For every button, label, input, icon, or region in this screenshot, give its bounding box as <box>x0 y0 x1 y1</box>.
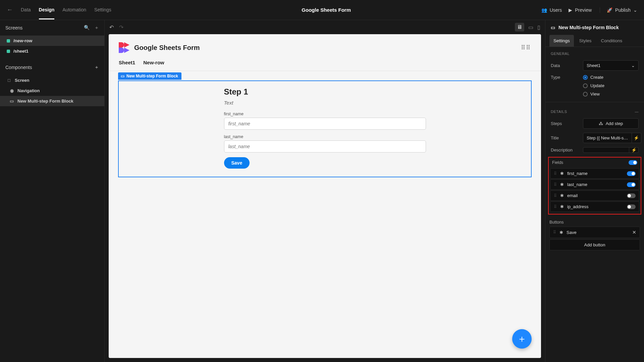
preview-button[interactable]: ▶ Preview <box>569 7 592 13</box>
first-name-input[interactable] <box>224 118 426 130</box>
add-step-icon: ⁂ <box>599 121 603 126</box>
buttons-section: Buttons ⠿ ✱ Save ✕ Add button <box>545 217 644 254</box>
type-row: Type Create Update View <box>545 73 644 99</box>
data-label: Data <box>551 63 580 68</box>
desktop-icon[interactable]: 🖥 <box>515 23 524 32</box>
bolt-icon[interactable]: ⚡ <box>629 147 639 153</box>
users-icon: 👥 <box>541 7 547 13</box>
type-label: Type <box>551 75 580 80</box>
drag-handle-icon[interactable]: ⠿ <box>554 204 557 209</box>
fields-master-toggle[interactable] <box>629 160 637 165</box>
gear-icon[interactable]: ✱ <box>560 204 564 209</box>
component-label: Screen <box>15 78 29 83</box>
field-toggle[interactable] <box>627 204 636 209</box>
field-row-last-name[interactable]: ⠿ ✱ last_name <box>550 179 639 190</box>
field-row-first-name[interactable]: ⠿ ✱ first_name <box>550 168 639 179</box>
field-row-email[interactable]: ⠿ ✱ email <box>550 190 639 201</box>
inspector-title: ▭ New Multi-step Form Block <box>545 20 644 35</box>
tab-settings[interactable]: Settings <box>549 35 574 47</box>
publish-label: Publish <box>615 7 631 13</box>
form-icon: ▭ <box>9 99 14 104</box>
right-panel: ▭ New Multi-step Form Block Settings Sty… <box>545 20 644 362</box>
description-input[interactable] <box>583 147 629 153</box>
undo-icon[interactable]: ↶ <box>109 24 114 31</box>
tab-conditions[interactable]: Conditions <box>597 35 627 47</box>
remove-button-icon[interactable]: ✕ <box>632 230 636 235</box>
brand-logo-icon <box>119 42 129 53</box>
add-button-button[interactable]: Add button <box>549 239 640 250</box>
add-step-button[interactable]: ⁂ Add step <box>583 118 639 129</box>
center-panel: ↶ ↷ 🖥 ▭ ▯ Google Sheets Form <box>105 20 545 362</box>
radio-update[interactable]: Update <box>583 83 604 88</box>
nav-tab-design[interactable]: Design <box>39 0 55 19</box>
steps-row: Steps ⁂ Add step <box>545 116 644 131</box>
inspector-tabs: Settings Styles Conditions <box>545 35 644 47</box>
tablet-icon[interactable]: ▭ <box>528 24 533 31</box>
component-label: Navigation <box>17 88 40 93</box>
radio-create[interactable]: Create <box>583 75 604 80</box>
collapse-icon[interactable]: — <box>635 110 639 114</box>
radio-view[interactable]: View <box>583 92 604 97</box>
screen-item-sheet1[interactable]: /sheet1 <box>0 46 104 56</box>
component-screen[interactable]: □ Screen <box>0 75 104 85</box>
field-toggle[interactable] <box>627 182 636 187</box>
back-arrow-icon[interactable]: ← <box>7 6 13 13</box>
button-name: Save <box>567 230 629 235</box>
apps-grid-icon[interactable]: ⠿⠿ <box>521 47 531 49</box>
data-select[interactable]: Sheet1 ⌄ <box>583 60 639 71</box>
selection-tag: ▭ New Multi-step Form Block <box>118 72 181 80</box>
redo-icon[interactable]: ↷ <box>119 24 123 31</box>
drag-handle-icon[interactable]: ⠿ <box>554 182 557 187</box>
drag-handle-icon[interactable]: ⠿ <box>553 230 556 235</box>
canvas-tab-new-row[interactable]: New-row <box>143 60 164 71</box>
selection-tag-label: New Multi-step Form Block <box>126 74 178 78</box>
screen-icon: □ <box>7 78 11 83</box>
gear-icon[interactable]: ✱ <box>560 171 564 176</box>
drag-handle-icon[interactable]: ⠿ <box>554 171 557 176</box>
save-button[interactable]: Save <box>224 157 250 169</box>
screen-item-new-row[interactable]: /new-row <box>0 36 104 46</box>
field-label-first-name: first_name <box>224 112 426 116</box>
nav-tabs: Data Design Automation Settings <box>21 0 111 19</box>
publish-button[interactable]: 🚀 Publish ⌄ <box>600 7 637 13</box>
users-button[interactable]: 👥 Users <box>541 7 562 13</box>
last-name-input[interactable] <box>224 140 426 153</box>
topbar-left: ← Data Design Automation Settings <box>7 0 111 19</box>
radio-dot-icon <box>583 75 588 80</box>
drag-handle-icon[interactable]: ⠿ <box>554 193 557 198</box>
app-title: Google Sheets Form <box>111 7 541 13</box>
field-label-last-name: last_name <box>224 134 426 139</box>
nav-tab-data[interactable]: Data <box>21 0 31 19</box>
search-icon[interactable]: 🔍 <box>84 25 90 31</box>
inspector-title-label: New Multi-step Form Block <box>558 25 619 30</box>
add-step-label: Add step <box>606 121 623 126</box>
selected-form-block[interactable]: ▭ New Multi-step Form Block Step 1 Text … <box>118 80 532 177</box>
field-row-ip-address[interactable]: ⠿ ✱ ip_address <box>550 201 639 212</box>
field-toggle[interactable] <box>627 193 636 198</box>
fab-add-button[interactable]: ＋ <box>512 329 532 349</box>
field-name: ip_address <box>567 204 624 209</box>
divider <box>545 102 644 102</box>
gear-icon[interactable]: ✱ <box>560 182 564 187</box>
component-navigation[interactable]: ◉ Navigation <box>0 85 104 96</box>
eye-icon: ◉ <box>9 88 14 93</box>
field-toggle[interactable] <box>627 171 636 176</box>
screens-header: Screens 🔍 ＋ <box>0 20 104 36</box>
type-radio-group: Create Update View <box>583 75 604 97</box>
bolt-icon[interactable]: ⚡ <box>632 133 641 143</box>
nav-tab-automation[interactable]: Automation <box>62 0 86 19</box>
main: Screens 🔍 ＋ /new-row /sheet1 Components … <box>0 20 644 362</box>
canvas-tab-sheet1[interactable]: Sheet1 <box>119 60 135 71</box>
radio-label: View <box>590 92 600 97</box>
add-component-icon[interactable]: ＋ <box>94 64 99 70</box>
nav-tab-settings[interactable]: Settings <box>94 0 111 19</box>
fields-section-highlighted: Fields ⠿ ✱ first_name ⠿ ✱ last_name ⠿ ✱ … <box>548 157 641 215</box>
gear-icon[interactable]: ✱ <box>559 230 563 235</box>
gear-icon[interactable]: ✱ <box>560 193 564 198</box>
component-form-block[interactable]: ▭ New Multi-step Form Block <box>0 96 104 106</box>
tab-styles[interactable]: Styles <box>575 35 596 47</box>
title-input[interactable]: Step {{ New Multi-s… <box>583 133 632 143</box>
mobile-icon[interactable]: ▯ <box>537 24 540 31</box>
add-screen-icon[interactable]: ＋ <box>94 25 99 31</box>
button-row-save[interactable]: ⠿ ✱ Save ✕ <box>549 227 640 238</box>
